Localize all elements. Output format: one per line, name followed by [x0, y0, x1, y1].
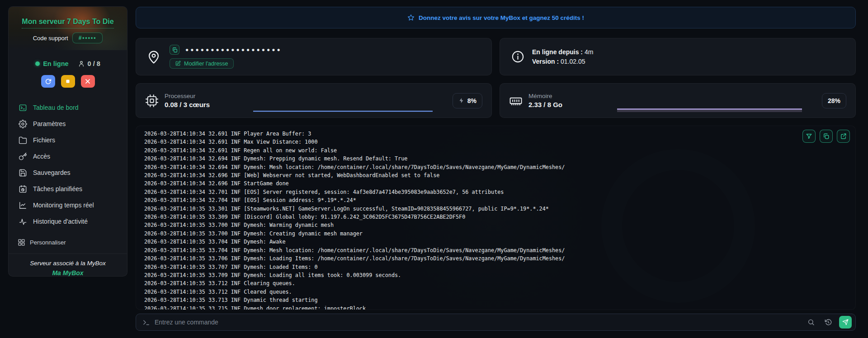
log-line: 2026-03-28T14:10:34 32.701 INF [EOS] Ser…: [144, 188, 847, 196]
calendar-clock-icon: [19, 185, 27, 193]
sidebar-item-files[interactable]: Fichiers: [19, 132, 117, 148]
nav-label: Tableau de bord: [33, 104, 78, 111]
memory-label: Mémoire: [528, 93, 596, 99]
log-line: 2026-03-28T14:10:34 32.691 INF Player Ar…: [144, 130, 847, 138]
log-line: 2026-03-28T14:10:35 33.712 INF Clearing …: [144, 279, 847, 287]
cpu-usage-sparkline: [253, 100, 433, 112]
stop-server-button[interactable]: [61, 75, 75, 88]
cpu-chip-icon: [145, 94, 159, 108]
nav-label: Accès: [33, 153, 50, 160]
info-icon: [511, 50, 525, 64]
gear-icon: [19, 120, 27, 128]
memory-percent-badge: 28%: [822, 93, 846, 108]
terminal-prompt-icon: [142, 319, 150, 326]
cpu-card: Processeur 0.08 / 3 cœurs 8%: [136, 83, 492, 118]
log-line: 2026-03-28T14:10:35 33.704 INF Dymesh: A…: [144, 238, 847, 246]
sidebar-nav: Tableau de bord Paramètres Fichiers Accè…: [9, 99, 127, 230]
cpu-label: Processeur: [165, 93, 232, 99]
sidebar-item-dashboard[interactable]: Tableau de bord: [19, 99, 117, 116]
log-line: 2026-03-28T14:10:35 33.309 INF [Discord]…: [144, 213, 847, 221]
memory-percent-value: 28%: [828, 97, 840, 104]
mybox-link[interactable]: Ma MyBox: [13, 269, 123, 277]
sidebar-item-monitoring[interactable]: Monitoring temps réel: [19, 197, 117, 213]
search-icon: [807, 319, 815, 326]
external-link-icon: [840, 133, 847, 140]
memory-usage-sparkline: [617, 100, 802, 112]
version-value: 01.02.05: [561, 58, 585, 65]
edit-address-label: Modifier l'adresse: [184, 61, 228, 67]
log-line: 2026-03-28T14:10:34 32.694 INF Dymesh: M…: [144, 163, 847, 171]
copy-logs-button[interactable]: [820, 130, 833, 143]
sidebar-item-backups[interactable]: Sauvegardes: [19, 164, 117, 181]
copy-icon: [823, 133, 830, 140]
sidebar-item-access[interactable]: Accès: [19, 148, 117, 164]
filter-icon: [806, 133, 812, 140]
log-line: 2026-03-28T14:10:35 33.713 INF Dynamic t…: [144, 296, 847, 304]
log-line: 2026-03-28T14:10:35 33.700 INF Dymesh: C…: [144, 230, 847, 238]
version-row: Version : 01.02.05: [532, 57, 593, 66]
folder-icon: [19, 136, 27, 145]
copy-address-button[interactable]: [170, 45, 179, 55]
server-name: Mon serveur 7 Days To Die: [22, 18, 113, 28]
star-icon: [407, 14, 415, 21]
edit-address-button[interactable]: Modifier l'adresse: [170, 58, 234, 69]
code-support-value[interactable]: #•••••: [72, 33, 103, 43]
restart-server-button[interactable]: [41, 75, 55, 88]
grid-icon: [18, 239, 25, 246]
address-card: ●●●●●●●●●●●●●●●●●●● Modifier l'adresse: [136, 38, 492, 75]
ram-icon: [509, 94, 523, 108]
activity-pulse-icon: [19, 217, 27, 226]
log-line: 2026-03-28T14:10:34 32.696 INF StartGame…: [144, 179, 847, 188]
uptime-row: En ligne depuis : 4m: [532, 47, 593, 57]
sidebar-item-settings[interactable]: Paramètres: [19, 116, 117, 132]
hidden-server-address: ●●●●●●●●●●●●●●●●●●●: [185, 47, 282, 52]
open-console-external-button[interactable]: [837, 130, 850, 143]
nav-label: Monitoring temps réel: [33, 202, 94, 209]
kill-server-button[interactable]: [81, 75, 95, 88]
log-line: 2026-03-28T14:10:34 32.704 INF [EOS] Ses…: [144, 196, 847, 204]
server-status: En ligne: [35, 60, 68, 67]
mybox-footer: Serveur associé à la MyBox Ma MyBox: [9, 253, 127, 277]
associated-server-text: Serveur associé à la MyBox: [13, 260, 123, 267]
lightning-icon: [458, 98, 464, 103]
banner-link-text[interactable]: Donnez votre avis sur votre MyBox et gag…: [419, 14, 584, 21]
history-icon: [825, 319, 832, 326]
filter-logs-button[interactable]: [802, 130, 816, 143]
command-bar: [136, 314, 856, 331]
version-label: Version :: [532, 58, 559, 65]
nav-label: Fichiers: [33, 136, 55, 144]
person-icon: [78, 60, 85, 67]
server-info-card: En ligne depuis : 4m Version : 01.02.05: [500, 38, 856, 75]
console-log[interactable]: 2026-03-28T14:10:34 32.691 INF Player Ar…: [144, 130, 847, 310]
memory-card: Mémoire 2.33 / 8 Go 28%: [500, 83, 856, 118]
log-line: 2026-03-28T14:10:35 33.704 INF Dymesh: M…: [144, 246, 847, 254]
sidebar-item-activity-history[interactable]: Historique d'activité: [19, 213, 117, 230]
search-command-button[interactable]: [805, 316, 817, 329]
status-label: En ligne: [43, 60, 68, 67]
memory-usage-value: 2.33 / 8 Go: [528, 101, 596, 108]
stop-icon: [65, 79, 71, 84]
feedback-banner[interactable]: Donnez votre avis sur votre MyBox et gag…: [136, 7, 856, 28]
nav-label: Historique d'activité: [33, 218, 88, 225]
log-line: 2026-03-28T14:10:35 33.712 INF Cleared q…: [144, 288, 847, 296]
personalize-button[interactable]: Personnaliser: [9, 236, 127, 249]
nav-label: Paramètres: [33, 120, 66, 127]
command-history-button[interactable]: [822, 316, 835, 329]
command-input[interactable]: [155, 319, 800, 326]
server-console[interactable]: 2026-03-28T14:10:34 32.691 INF Player Ar…: [136, 126, 856, 310]
code-support-label: Code support: [33, 35, 68, 42]
sidebar-item-scheduled-tasks[interactable]: Tâches planifiées: [19, 181, 117, 197]
main-content: Donnez votre avis sur votre MyBox et gag…: [136, 7, 856, 331]
close-icon: [85, 78, 91, 84]
edit-icon: [175, 61, 181, 66]
server-sidebar: Mon serveur 7 Days To Die Code support #…: [8, 6, 127, 277]
line-chart-icon: [19, 201, 27, 210]
personalize-label: Personnaliser: [30, 239, 66, 246]
send-command-button[interactable]: [839, 316, 852, 329]
nav-label: Tâches planifiées: [33, 185, 82, 192]
log-line: 2026-03-28T14:10:34 32.694 INF Dymesh: P…: [144, 155, 847, 163]
log-line: 2026-03-28T14:10:35 33.707 INF Dymesh: L…: [144, 263, 847, 271]
log-line: 2026-03-28T14:10:34 32.691 INF Max View …: [144, 138, 847, 146]
log-line: 2026-03-28T14:10:35 33.700 INF Dymesh: W…: [144, 221, 847, 229]
memory-usage-fill: [617, 108, 802, 112]
